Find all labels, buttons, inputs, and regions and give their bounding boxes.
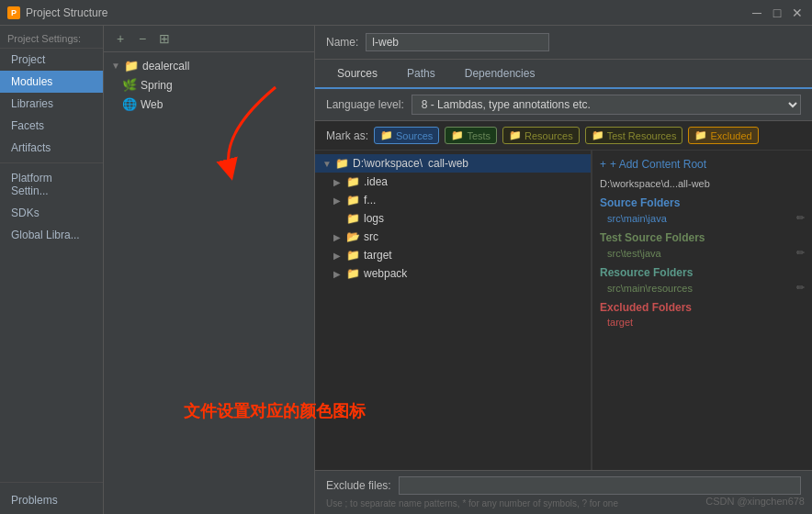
mark-as-label: Mark as: [326,129,368,142]
maximize-btn[interactable]: □ [770,6,784,20]
tab-paths[interactable]: Paths [392,60,450,89]
csdn-badge: CSDN @xingchen678 [705,496,805,507]
sidebar-item-sdks[interactable]: SDKs [0,202,103,224]
sidebar-item-problems[interactable]: Problems [0,486,103,514]
folder-icon: 📁 [124,59,139,73]
f-label: f... [364,194,376,207]
excluded-folder-path: target [600,317,805,328]
csdn-label: CSDN [705,496,737,507]
src-label: src [364,230,378,243]
add-module-btn[interactable]: + [111,29,130,48]
tab-dependencies[interactable]: Dependencies [450,60,550,89]
mark-sources-btn[interactable]: 📁 Sources [374,127,439,144]
close-btn[interactable]: ✕ [790,6,805,20]
excluded-path-text: target [607,317,633,328]
resource-folders-title: Resource Folders [600,266,805,279]
minimize-btn[interactable]: ─ [750,6,764,20]
file-webpack[interactable]: ▶ 📁 webpack [315,264,591,283]
split-content: ▼ 📁 D:\workspace\ call-web ▶ 📁 .idea ▶ 📁… [315,151,812,470]
mark-as-row: Mark as: 📁 Sources 📁 Tests 📁 Resources 📁… [315,121,812,151]
resources-folder-icon: 📁 [509,129,522,141]
resource-folders-section: Resource Folders src\main\resources ✏ [600,266,805,294]
module-spring[interactable]: 🌿 Spring [104,75,314,95]
main-layout: Project Settings: Project Modules Librar… [0,26,812,514]
webpack-label: webpack [364,267,407,280]
sidebar-item-platform[interactable]: Platform Settin... [0,167,103,202]
resource-folder-path: src\main\resources ✏ [600,282,805,294]
spring-label: Spring [141,79,173,92]
lang-select[interactable]: 8 - Lambdas, type annotations etc.7 - Di… [412,95,801,115]
file-logs[interactable]: ▶ 📁 logs [315,209,591,228]
file-idea[interactable]: ▶ 📁 .idea [315,173,591,191]
module-root-label: dealercall [142,60,189,73]
f-folder-icon: 📁 [346,194,360,207]
resources-btn-label: Resources [524,130,573,141]
sidebar-item-libraries[interactable]: Libraries [0,93,103,115]
logs-folder-icon: 📁 [346,212,360,225]
exclude-input[interactable] [399,476,801,495]
right-panel: + + Add Content Root D:\workspace\d...al… [592,151,812,470]
resource-edit-icon[interactable]: ✏ [796,282,805,294]
webpack-arrow: ▶ [333,269,343,279]
window-title: Project Structure [26,6,750,19]
excluded-folder-icon: 📁 [694,129,707,141]
sidebar-item-artifacts[interactable]: Artifacts [0,137,103,159]
file-src[interactable]: ▶ 📂 src [315,228,591,246]
title-bar: P Project Structure ─ □ ✕ [0,0,812,26]
src-folder-icon: 📂 [346,230,360,243]
sidebar-item-project[interactable]: Project [0,49,103,71]
spring-icon: 🌿 [122,78,137,92]
sidebar-item-global-libs[interactable]: Global Libra... [0,224,103,246]
modules-area: + − ⊞ ▼ 📁 dealercall 🌿 Spring 🌐 Web [104,26,315,514]
mark-excluded-btn[interactable]: 📁 Excluded [688,127,758,144]
module-web[interactable]: 🌐 Web [104,95,314,114]
file-tree[interactable]: ▼ 📁 D:\workspace\ call-web ▶ 📁 .idea ▶ 📁… [315,151,592,470]
sidebar-item-modules[interactable]: Modules [0,71,103,93]
app-icon: P [7,6,20,19]
sidebar-header: Project Settings: [0,26,103,49]
idea-folder-icon: 📁 [346,175,360,188]
sources-btn-label: Sources [396,130,433,141]
copy-module-btn[interactable]: ⊞ [155,29,174,48]
file-f[interactable]: ▶ 📁 f... [315,191,591,209]
remove-module-btn[interactable]: − [133,29,152,48]
mark-tests-btn[interactable]: 📁 Tests [445,127,497,144]
tabs-row: Sources Paths Dependencies [315,60,812,89]
test-resources-folder-icon: 📁 [592,129,604,141]
exclude-label: Exclude files: [326,479,391,492]
excluded-folders-section: Excluded Folders target [600,301,805,328]
name-input[interactable] [366,33,549,51]
modules-toolbar: + − ⊞ [104,26,314,52]
name-row: Name: [315,26,812,60]
file-target[interactable]: ▶ 📁 target [315,246,591,264]
resource-path-text: src\main\resources [607,283,693,294]
test-source-edit-icon[interactable]: ✏ [796,247,805,259]
tests-btn-label: Tests [467,130,491,141]
module-tree-root[interactable]: ▼ 📁 dealercall [104,56,314,75]
root-path-label: D:\workspace\ [353,157,423,170]
mark-resources-btn[interactable]: 📁 Resources [502,127,580,144]
module-tree: ▼ 📁 dealercall 🌿 Spring 🌐 Web [104,52,314,514]
logs-label: logs [364,212,384,225]
target-folder-icon: 📁 [346,249,360,262]
target-label: target [364,249,392,262]
webpack-folder-icon: 📁 [346,267,360,280]
name-label: Name: [326,36,358,49]
lang-row: Language level: 8 - Lambdas, type annota… [315,89,812,121]
tab-sources[interactable]: Sources [322,60,392,89]
sidebar-divider-2 [0,482,103,483]
idea-label: .idea [364,175,388,188]
root-name-label: call-web [428,157,468,170]
mark-test-resources-btn[interactable]: 📁 Test Resources [585,127,683,144]
test-resources-btn-label: Test Resources [607,130,677,141]
web-icon: 🌐 [122,97,137,111]
test-source-folders-title: Test Source Folders [600,231,805,244]
sidebar-item-facets[interactable]: Facets [0,115,103,137]
source-folder-path: src\main\java ✏ [600,212,805,224]
add-content-root-btn[interactable]: + + Add Content Root [600,158,805,171]
sidebar-divider [0,162,103,163]
file-tree-root[interactable]: ▼ 📁 D:\workspace\ call-web [315,154,591,173]
exclude-row: Exclude files: [326,476,801,495]
root-folder-icon: 📁 [335,157,349,170]
source-edit-icon[interactable]: ✏ [796,212,805,224]
